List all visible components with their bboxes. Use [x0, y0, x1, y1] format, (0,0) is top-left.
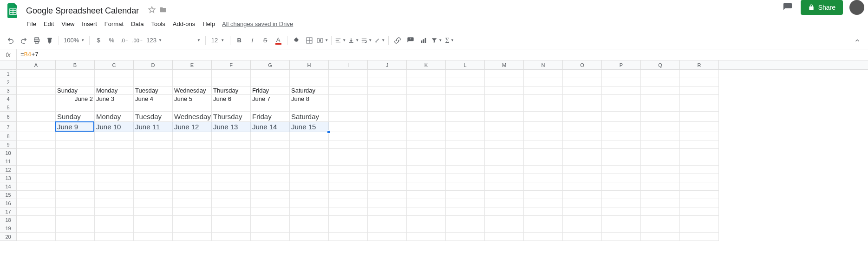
cell-G10[interactable]: [251, 149, 290, 157]
cell-M12[interactable]: [485, 166, 524, 174]
cell-G9[interactable]: [251, 140, 290, 149]
menu-help[interactable]: Help: [199, 19, 218, 29]
share-button[interactable]: Share: [801, 0, 843, 15]
cell-D15[interactable]: [134, 191, 173, 199]
cell-K3[interactable]: [407, 87, 446, 95]
cell-C17[interactable]: [95, 207, 134, 216]
cell-B15[interactable]: [56, 191, 95, 199]
menu-data[interactable]: Data: [128, 19, 147, 29]
col-header-P[interactable]: P: [602, 60, 641, 69]
cell-I10[interactable]: [329, 149, 368, 157]
cell-G14[interactable]: [251, 182, 290, 191]
col-header-O[interactable]: O: [563, 60, 602, 69]
cell-I12[interactable]: [329, 166, 368, 174]
cell-E7[interactable]: June 12: [173, 122, 212, 132]
cell-P13[interactable]: [602, 174, 641, 182]
cell-M7[interactable]: [485, 122, 524, 132]
col-header-N[interactable]: N: [524, 60, 563, 69]
cell-B20[interactable]: [56, 233, 95, 241]
row-header-19[interactable]: 19: [0, 224, 16, 233]
cell-B2[interactable]: [56, 78, 95, 87]
cell-B18[interactable]: [56, 216, 95, 224]
cell-N3[interactable]: [524, 87, 563, 95]
cell-N6[interactable]: [524, 112, 563, 122]
cell-N16[interactable]: [524, 199, 563, 207]
cell-B3[interactable]: Sunday: [56, 87, 95, 95]
cell-F2[interactable]: [212, 78, 251, 87]
functions-button[interactable]: Σ▼: [444, 34, 456, 47]
cell-Q1[interactable]: [641, 70, 680, 78]
cell-Q15[interactable]: [641, 191, 680, 199]
cell-C18[interactable]: [95, 216, 134, 224]
cell-D16[interactable]: [134, 199, 173, 207]
cell-Q8[interactable]: [641, 132, 680, 140]
cell-Q4[interactable]: [641, 95, 680, 103]
cell-O5[interactable]: [563, 103, 602, 112]
cell-I8[interactable]: [329, 132, 368, 140]
cell-D7[interactable]: June 11: [134, 122, 173, 132]
col-header-M[interactable]: M: [485, 60, 524, 69]
cell-D18[interactable]: [134, 216, 173, 224]
cell-O20[interactable]: [563, 233, 602, 241]
cell-Q3[interactable]: [641, 87, 680, 95]
cell-R4[interactable]: [680, 95, 719, 103]
cell-G8[interactable]: [251, 132, 290, 140]
cell-D13[interactable]: [134, 174, 173, 182]
cell-B19[interactable]: [56, 224, 95, 233]
cell-F9[interactable]: [212, 140, 251, 149]
cell-Q12[interactable]: [641, 166, 680, 174]
cell-I20[interactable]: [329, 233, 368, 241]
cell-R1[interactable]: [680, 70, 719, 78]
cell-L14[interactable]: [446, 182, 485, 191]
cell-K5[interactable]: [407, 103, 446, 112]
cell-F4[interactable]: June 6: [212, 95, 251, 103]
row-header-18[interactable]: 18: [0, 216, 16, 224]
cell-K14[interactable]: [407, 182, 446, 191]
cell-J12[interactable]: [368, 166, 407, 174]
cell-D10[interactable]: [134, 149, 173, 157]
cell-O7[interactable]: [563, 122, 602, 132]
cell-A10[interactable]: [17, 149, 56, 157]
cell-D17[interactable]: [134, 207, 173, 216]
cell-H19[interactable]: [290, 224, 329, 233]
cell-C11[interactable]: [95, 157, 134, 166]
cell-H16[interactable]: [290, 199, 329, 207]
cell-E8[interactable]: [173, 132, 212, 140]
cell-R18[interactable]: [680, 216, 719, 224]
cell-J5[interactable]: [368, 103, 407, 112]
cell-E3[interactable]: Wednesday: [173, 87, 212, 95]
cell-G13[interactable]: [251, 174, 290, 182]
cell-H10[interactable]: [290, 149, 329, 157]
cell-C8[interactable]: [95, 132, 134, 140]
cell-J3[interactable]: [368, 87, 407, 95]
cell-C7[interactable]: June 10: [95, 122, 134, 132]
cell-D9[interactable]: [134, 140, 173, 149]
italic-button[interactable]: I: [246, 34, 258, 47]
cell-E19[interactable]: [173, 224, 212, 233]
menu-edit[interactable]: Edit: [40, 19, 57, 29]
cell-M3[interactable]: [485, 87, 524, 95]
cell-N17[interactable]: [524, 207, 563, 216]
cell-L7[interactable]: [446, 122, 485, 132]
row-header-9[interactable]: 9: [0, 140, 16, 149]
cell-A5[interactable]: [17, 103, 56, 112]
cell-G2[interactable]: [251, 78, 290, 87]
cell-E2[interactable]: [173, 78, 212, 87]
cell-D4[interactable]: June 4: [134, 95, 173, 103]
cell-D8[interactable]: [134, 132, 173, 140]
cell-G3[interactable]: Friday: [251, 87, 290, 95]
cell-N14[interactable]: [524, 182, 563, 191]
fill-color-button[interactable]: [290, 34, 302, 47]
cell-Q14[interactable]: [641, 182, 680, 191]
paint-format-button[interactable]: [44, 34, 56, 47]
undo-button[interactable]: [5, 34, 17, 47]
fill-handle[interactable]: [327, 130, 330, 134]
cell-F12[interactable]: [212, 166, 251, 174]
cell-M18[interactable]: [485, 216, 524, 224]
cell-C9[interactable]: [95, 140, 134, 149]
format-currency[interactable]: $: [92, 34, 104, 47]
cell-A12[interactable]: [17, 166, 56, 174]
cell-B6[interactable]: Sunday: [56, 112, 95, 122]
cell-K10[interactable]: [407, 149, 446, 157]
cell-G4[interactable]: June 7: [251, 95, 290, 103]
